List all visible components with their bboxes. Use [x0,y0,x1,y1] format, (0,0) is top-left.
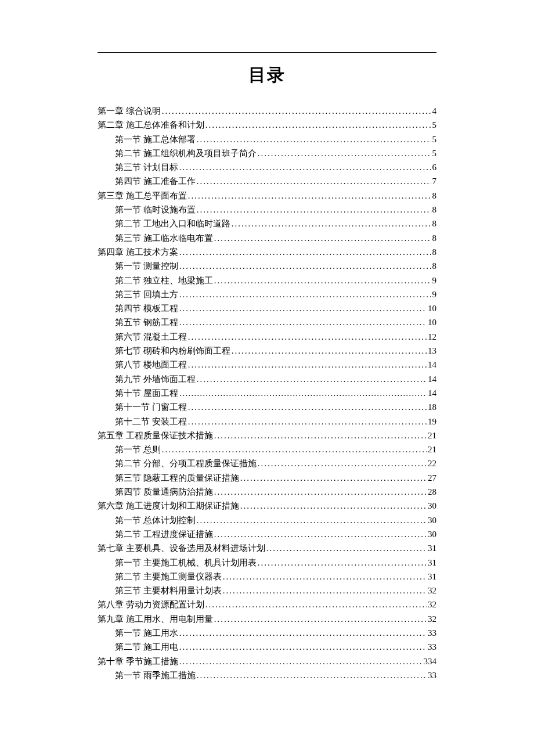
toc-label: 第四节 施工准备工作 [115,177,196,186]
toc-leader [162,107,431,116]
toc-label: 第九章 施工用水、用电制用量 [98,615,213,624]
toc-entry: 第一节 施工用水33 [98,629,436,638]
toc-leader [258,559,427,567]
toc-leader [266,544,427,553]
toc-page-number: 7 [432,177,437,186]
toc-page-number: 4 [432,107,437,116]
toc-page-number: 21 [428,431,436,440]
toc-leader [240,502,427,510]
toc-leader [205,121,431,129]
toc-leader [188,417,427,426]
toc-leader [205,600,427,609]
toc-leader [214,431,427,440]
toc-leader [214,615,427,624]
toc-page-number: 334 [424,657,437,666]
toc-entry: 第四节 质量通病防治措施28 [98,488,436,496]
toc-page-number: 21 [428,445,436,454]
toc-entry: 第三节 隐蔽工程的质量保证措施27 [98,474,436,483]
toc-label: 第一节 施工用水 [115,629,178,638]
toc-label: 第一节 总体计划控制 [115,516,196,525]
toc-entry: 第二节 施工用电33 [98,643,436,651]
toc-label: 第一节 测量控制 [115,262,178,271]
toc-entry: 第三章 施工总平面布置8 [98,192,436,200]
toc-entry: 第十二节 安装工程19 [98,417,436,426]
toc-leader [179,163,431,172]
toc-label: 第六节 混凝土工程 [115,333,187,341]
toc-entry: 第一节 临时设施布置8 [98,206,436,214]
toc-leader [162,445,427,454]
toc-page-number: 13 [428,347,436,355]
toc-label: 第三节 计划目标 [115,163,178,172]
toc-leader [188,403,427,412]
toc-entry: 第二章 施工总体准备和计划5 [98,121,436,129]
toc-page-number: 28 [428,488,436,496]
toc-page-number: 8 [432,192,437,200]
toc-entry: 第一节 测量控制8 [98,262,436,271]
toc-page-number: 10 [428,318,436,327]
toc-label: 第七章 主要机具、设备选用及材料进场计划 [98,544,265,553]
toc-entry: 第二节 独立柱、地梁施工9 [98,276,436,285]
toc-leader [179,389,427,398]
toc-leader [223,586,427,595]
toc-page-number: 14 [428,375,436,384]
toc-label: 第一节 总则 [115,445,161,454]
toc-leader [179,657,423,666]
toc-page-number: 32 [428,586,436,595]
toc-page-number: 30 [428,516,436,525]
toc-label: 第四节 模板工程 [115,304,178,313]
toc-leader [188,333,427,341]
toc-leader [179,248,431,257]
toc-entry: 第十一节 门窗工程18 [98,403,436,412]
toc-label: 第四节 质量通病防治措施 [115,488,213,496]
table-of-contents: 第一章 综合说明4第二章 施工总体准备和计划5第一节 施工总体部署5第二节 施工… [98,107,436,680]
toc-label: 第七节 砌砖和内粉刷饰面工程 [115,347,230,355]
toc-page-number: 12 [428,333,436,341]
toc-label: 第三节 主要材料用量计划表 [115,586,222,595]
toc-leader [232,347,427,355]
toc-leader [197,516,427,525]
page-title: 目录 [98,63,436,87]
toc-leader [214,234,431,243]
toc-leader [214,530,427,539]
toc-page-number: 8 [432,248,437,257]
toc-entry: 第四节 施工准备工作7 [98,177,436,186]
toc-page-number: 9 [432,290,437,299]
toc-entry: 第一节 总体计划控制30 [98,516,436,525]
toc-label: 第三章 施工总平面布置 [98,192,187,200]
toc-leader [179,290,431,299]
toc-page-number: 8 [432,206,437,214]
toc-leader [188,192,431,200]
toc-entry: 第一节 施工总体部署5 [98,135,436,144]
toc-page-number: 31 [428,573,436,581]
toc-label: 第六章 施工进度计划和工期保证措施 [98,502,239,510]
toc-leader [197,177,431,186]
toc-label: 第二节 工程进度保证措施 [115,530,213,539]
toc-leader [258,149,431,158]
toc-label: 第二节 施工用电 [115,643,178,651]
toc-page-number: 32 [428,615,436,624]
toc-label: 第二节 施工组织机构及项目班子简介 [115,149,257,158]
toc-label: 第一章 综合说明 [98,107,161,116]
toc-page-number: 9 [432,276,437,285]
toc-entry: 第三节 主要材料用量计划表32 [98,586,436,595]
toc-entry: 第四章 施工技术方案8 [98,248,436,257]
toc-page-number: 8 [432,234,437,243]
toc-entry: 第一节 总则21 [98,445,436,454]
toc-leader [197,206,431,214]
toc-entry: 第二节 主要施工测量仪器表31 [98,573,436,581]
toc-label: 第九节 外墙饰面工程 [115,375,196,384]
toc-entry: 第一章 综合说明4 [98,107,436,116]
toc-page-number: 5 [432,149,437,158]
toc-label: 第十二节 安装工程 [115,417,187,426]
toc-label: 第四章 施工技术方案 [98,248,178,257]
toc-label: 第五节 钢筋工程 [115,318,178,327]
toc-page-number: 18 [428,403,436,412]
toc-page-number: 10 [428,304,436,313]
toc-label: 第一节 临时设施布置 [115,206,196,214]
toc-entry: 第五节 钢筋工程10 [98,318,436,327]
toc-entry: 第一节 雨季施工措施33 [98,671,436,680]
toc-page-number: 31 [428,544,436,553]
toc-page-number: 6 [432,163,437,172]
toc-page-number: 14 [428,389,436,398]
toc-page-number: 33 [428,671,436,680]
